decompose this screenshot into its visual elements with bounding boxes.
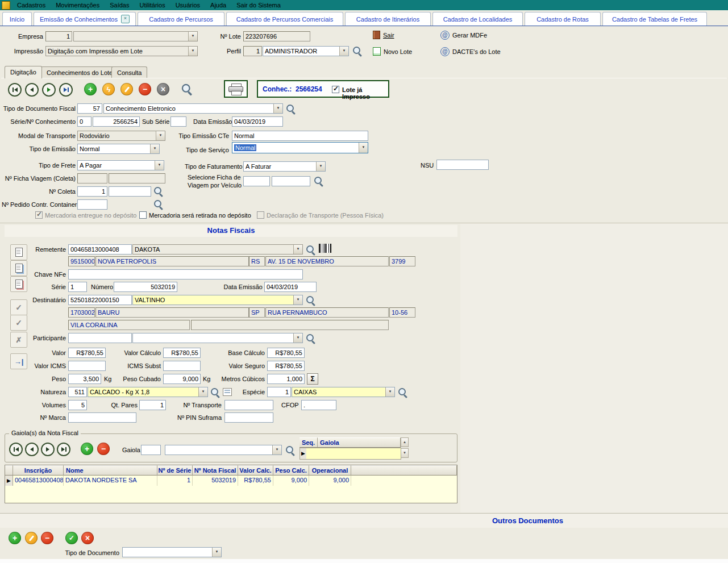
grid-cell-peso-calc[interactable]: 9,000 [273, 476, 309, 486]
grid-header-peso-calc[interactable]: Peso Calc. [273, 465, 309, 476]
menu-item-ajuda[interactable]: Ajuda [205, 2, 231, 9]
subtab-consulta[interactable]: Consulta [111, 66, 147, 78]
search-icon[interactable] [181, 84, 193, 95]
tipo-servico-dropdown[interactable]: Normal ▼ [232, 142, 368, 153]
grid-header-inscricao[interactable]: Inscrição [13, 465, 64, 476]
sum-sigma-button[interactable]: Σ [307, 373, 318, 385]
nota-serie-field[interactable]: 1 [68, 282, 87, 292]
dropdown-arrow-icon[interactable]: ▼ [339, 47, 348, 56]
especie-dropdown[interactable]: CAIXAS▼ [292, 387, 395, 397]
tab-cadastro-de-localidades[interactable]: Cadastro de Localidades [432, 12, 523, 26]
serie-field[interactable]: 0 [77, 116, 91, 127]
coleta-field-2[interactable] [109, 186, 151, 197]
dropdown-arrow-icon[interactable]: ▼ [212, 548, 221, 557]
nota-data-emissao-field[interactable]: 04/03/2019 [264, 282, 317, 292]
destinatario-search-icon[interactable] [306, 295, 316, 306]
grid-header-serie[interactable]: Nº de Série [157, 465, 193, 476]
tab-cadastro-de-tabelas-de-fretes[interactable]: Cadastro de Tabelas de Fretes [602, 12, 707, 26]
gaiola-search-icon[interactable] [285, 445, 296, 456]
gaiola-nav-next-icon[interactable] [41, 443, 55, 456]
novo-lote-button[interactable]: Novo Lote [373, 47, 412, 56]
grid-cell-operacional[interactable]: 9,000 [309, 476, 351, 486]
dropdown-arrow-icon[interactable]: ▼ [385, 387, 394, 397]
outros-cancel-icon[interactable]: × [81, 532, 94, 544]
dropdown-arrow-icon[interactable]: ▼ [273, 104, 282, 113]
grid-cell-serie[interactable]: 1 [157, 476, 193, 486]
valor-calculo-field[interactable]: R$780,55 [163, 348, 201, 358]
mercadoria-retirada-checkbox[interactable] [139, 211, 147, 219]
valor-seguro-field[interactable]: R$780,55 [267, 361, 305, 371]
grid-header-valor-calc[interactable]: Valor Calc. [238, 465, 273, 476]
nav-last-icon[interactable] [59, 83, 73, 97]
coleta-search-icon[interactable] [153, 186, 164, 197]
dropdown-arrow-icon[interactable]: ▼ [293, 295, 302, 305]
subtab-digitacao[interactable]: Digitação [5, 66, 42, 78]
participante-cnpj-field[interactable] [68, 333, 132, 343]
volumes-field[interactable]: 5 [68, 400, 87, 410]
valor-icms-field[interactable] [68, 361, 106, 371]
tab-inicio[interactable]: Início [2, 12, 32, 26]
data-emissao-field[interactable]: 04/03/2019 [232, 116, 283, 127]
natureza-dropdown[interactable]: CALCADO - Kg X 1,8▼ [88, 387, 208, 397]
menu-item-saidas[interactable]: Saídas [105, 2, 134, 9]
gaiola-scroll-up-icon[interactable]: ▲ [401, 437, 409, 447]
coleta-field-1[interactable]: 1 [77, 186, 107, 197]
gaiola-nav-prev-icon[interactable] [25, 443, 39, 456]
outros-add-icon[interactable]: + [9, 532, 21, 544]
tab-cadastro-de-percursos-comerciais[interactable]: Cadastro de Percursos Comerciais [226, 12, 343, 26]
tipo-emissao-dropdown[interactable]: Normal▼ [77, 144, 160, 154]
sair-button[interactable]: Sair [373, 31, 394, 39]
n-transporte-field[interactable] [224, 400, 273, 410]
tipo-faturamento-dropdown[interactable]: A Faturar▼ [243, 161, 326, 172]
remetente-search-icon[interactable] [306, 245, 316, 255]
nota-numero-field[interactable]: 5032019 [114, 282, 177, 292]
menu-item-cadastros[interactable]: Cadastros [12, 2, 51, 9]
destinatario-nome-dropdown[interactable]: VALTINHO▼ [132, 295, 303, 305]
numero-conhecimento-field[interactable]: 2566254 [93, 116, 140, 127]
pedido-container-field[interactable] [77, 199, 107, 210]
ficha-veiculo-field-1[interactable] [243, 176, 270, 186]
natureza-search-icon[interactable] [210, 387, 221, 398]
perfil-search-icon[interactable] [352, 46, 363, 56]
destinatario-cnpj-field[interactable]: 52501822000150 [68, 295, 132, 305]
lightning-icon[interactable]: ϟ [102, 83, 115, 95]
perfil-dropdown[interactable]: ADMINISTRADOR▼ [263, 46, 349, 56]
outros-confirm-icon[interactable]: ✓ [65, 532, 78, 544]
ficha-veiculo-field-2[interactable] [272, 176, 310, 186]
print-button[interactable] [224, 80, 248, 98]
gaiola-grid-header-seq[interactable]: Seq. [299, 437, 318, 448]
tipo-documento-outros-dropdown[interactable]: ▼ [122, 547, 222, 557]
peso-cubado-field[interactable]: 9,000 [163, 374, 201, 384]
icms-subst-field[interactable] [163, 361, 201, 371]
grid-header-nome[interactable]: Nome [64, 465, 157, 476]
grid-header-operacional[interactable]: Operacional [309, 465, 351, 476]
gaiola-scroll-down-icon[interactable]: ▼ [401, 448, 409, 458]
tipo-documento-dropdown[interactable]: Conhecimento Eletronico▼ [103, 103, 283, 114]
pin-suframa-field[interactable] [224, 412, 273, 423]
participante-search-icon[interactable] [306, 333, 316, 344]
sub-serie-field[interactable] [170, 116, 186, 127]
menu-item-utilitarios[interactable]: Utilitários [134, 2, 170, 9]
grid-cell-nota-fiscal[interactable]: 5032019 [193, 476, 238, 486]
nav-next-icon[interactable] [42, 83, 56, 97]
natureza-detail-grid-icon[interactable] [223, 388, 232, 396]
gaiola-remove-icon[interactable]: − [97, 443, 110, 455]
nav-prev-icon[interactable] [25, 83, 39, 97]
lote-ja-impresso-checkbox[interactable]: ✓ [332, 86, 339, 93]
valor-field[interactable]: R$780,55 [68, 348, 106, 358]
menu-item-movimentacoes[interactable]: Movimentações [51, 2, 105, 9]
gaiola-dropdown[interactable]: ▼ [165, 445, 282, 455]
metros-cubicos-field[interactable]: 1,000 [267, 374, 305, 384]
dactes-do-lote-button[interactable]: @ DACTE's do Lote [440, 47, 501, 56]
dropdown-arrow-icon[interactable]: ▼ [155, 161, 164, 170]
grid-cell-nome[interactable]: DAKOTA NORDESTE SA [64, 476, 157, 486]
tab-cadastro-de-percursos[interactable]: Cadastro de Percursos [138, 12, 224, 26]
tipo-documento-code-field[interactable]: 57 [77, 103, 102, 114]
especie-search-icon[interactable] [398, 387, 408, 398]
grid-cell-inscricao[interactable]: 00465813000408 [13, 476, 64, 486]
menu-item-usuarios[interactable]: Usuários [170, 2, 205, 9]
dropdown-arrow-icon[interactable]: ▼ [293, 245, 302, 254]
participante-dropdown[interactable]: ▼ [132, 333, 303, 343]
gaiola-nav-first-icon[interactable] [9, 443, 23, 456]
remetente-cnpj-field[interactable]: 00465813000408 [68, 244, 132, 255]
